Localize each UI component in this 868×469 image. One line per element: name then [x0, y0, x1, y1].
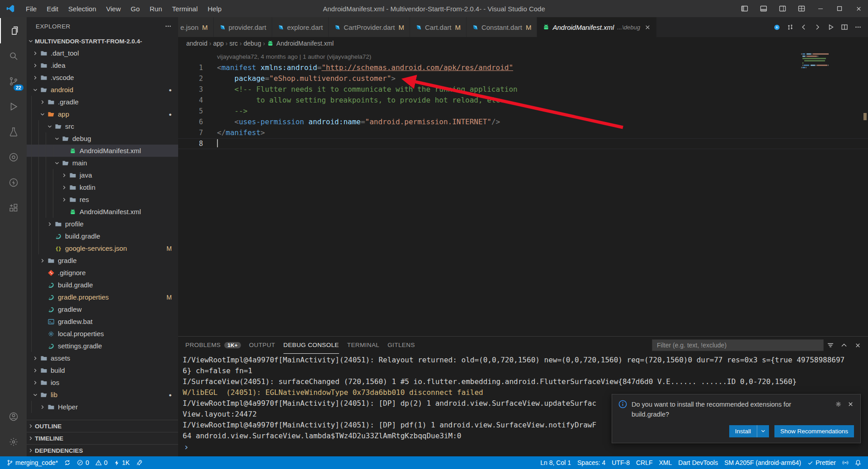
menu-run[interactable]: Run [145, 0, 167, 17]
tree-item-build-gradle[interactable]: build.gradle [27, 230, 178, 242]
tree-item-gradlew-bat[interactable]: gradlew.bat [27, 315, 178, 328]
code-line-1[interactable]: 1 <manifest xmlns:android="http://schema… [178, 62, 868, 73]
code-line-5[interactable]: 5 --> [178, 106, 868, 117]
activity-search[interactable] [0, 43, 27, 69]
tab-constant-dart[interactable]: Constant.dart M [467, 17, 538, 37]
dart-devtools-item[interactable]: Dart DevTools [675, 456, 721, 469]
panel-tab-terminal[interactable]: TERMINAL [347, 337, 379, 354]
code-editor[interactable]: vijayvaghela72, 4 months ago | 1 author … [178, 50, 868, 336]
language-mode-item[interactable]: XML [656, 456, 675, 469]
notification-gear-icon[interactable] [835, 401, 842, 408]
tree-item-google-services-json[interactable]: {} google-services.json M [27, 242, 178, 254]
rocket-item[interactable] [133, 456, 146, 469]
tree-item-debug[interactable]: debug [27, 132, 178, 145]
tree-item-gradle-properties[interactable]: gradle.properties M [27, 291, 178, 303]
tree-item-app[interactable]: app ● [27, 108, 178, 120]
split-icon[interactable] [838, 21, 851, 33]
tree-item-gradle[interactable]: .gradle [27, 96, 178, 108]
encoding-item[interactable]: UTF-8 [609, 456, 633, 469]
console-filter-input[interactable] [652, 339, 824, 351]
output-actions-icon[interactable] [824, 338, 837, 352]
dependencies-section[interactable]: DEPENDENCIES [27, 444, 178, 456]
maximize-button[interactable] [830, 0, 849, 17]
menu-go[interactable]: Go [126, 0, 145, 17]
breadcrumb-file[interactable]: AndroidManifest.xml [267, 40, 334, 47]
tab-provider-dart[interactable]: provider.dart [214, 17, 272, 37]
indentation-item[interactable]: Spaces: 4 [574, 456, 609, 469]
project-section-header[interactable]: MULTIVENDOR-STARTT-FROM-2.0.4- [27, 35, 178, 47]
counter-item[interactable]: 1K [111, 456, 133, 469]
tree-item-build[interactable]: build [27, 364, 178, 376]
tree-item-src[interactable]: src [27, 120, 178, 132]
more-icon[interactable] [852, 21, 864, 33]
back-icon[interactable] [797, 21, 810, 33]
activity-explorer[interactable] [0, 18, 27, 43]
activity-testing[interactable] [0, 119, 27, 145]
tab-explore-dart[interactable]: explore.dart [272, 17, 329, 37]
close-tab-icon[interactable] [644, 24, 651, 31]
toggle-panel-icon[interactable] [754, 0, 773, 17]
devtools-icon[interactable] [770, 21, 783, 33]
code-line-8[interactable]: 8 [178, 138, 868, 149]
tab-androidmanifest-xml[interactable]: AndroidManifest.xml ...\debug [537, 17, 657, 37]
tree-item-settings-gradle[interactable]: settings.gradle [27, 340, 178, 352]
tree-item-helper[interactable]: Helper [27, 401, 178, 413]
notification-close-icon[interactable] [847, 401, 854, 408]
customize-layout-icon[interactable] [792, 0, 811, 17]
console-input[interactable]: › [183, 441, 868, 452]
outline-section[interactable]: OUTLINE [27, 420, 178, 432]
activity-run-and-debug[interactable] [0, 94, 27, 119]
branch-item[interactable]: merging_code* [4, 456, 61, 469]
panel-tab-gitlens[interactable]: GITLENS [387, 337, 415, 354]
tree-item-main[interactable]: main [27, 157, 178, 169]
device-item[interactable]: SM A205F (android-arm64) [721, 456, 804, 469]
timeline-section[interactable]: TIMELINE [27, 432, 178, 444]
tree-item-local-properties[interactable]: local.properties [27, 328, 178, 340]
tree-item-dart-tool[interactable]: .dart_tool [27, 47, 178, 59]
forward-icon[interactable] [811, 21, 824, 33]
tree-item-java[interactable]: java [27, 169, 178, 181]
compare-icon[interactable] [784, 21, 797, 33]
menu-selection[interactable]: Selection [63, 0, 101, 17]
breadcrumb-debug[interactable]: debug [244, 40, 261, 47]
tree-item-androidmanifest-xml[interactable]: AndroidManifest.xml [27, 206, 178, 218]
tree-item-kotlin[interactable]: kotlin [27, 181, 178, 193]
tree-item-ios[interactable]: ios [27, 376, 178, 389]
breadcrumb-android[interactable]: android [186, 40, 208, 47]
install-button[interactable]: Install [729, 425, 757, 437]
errors-item[interactable]: 0 [74, 456, 92, 469]
tab-e-json[interactable]: e.json M [178, 17, 214, 37]
run-icon[interactable] [825, 21, 837, 33]
menu-file[interactable]: File [21, 0, 42, 17]
show-recommendations-button[interactable]: Show Recommendations [774, 425, 854, 437]
minimap[interactable] [801, 53, 861, 71]
cursor-position-item[interactable]: Ln 8, Col 1 [537, 456, 574, 469]
tree-item-gradle[interactable]: gradle [27, 254, 178, 267]
minimize-button[interactable] [811, 0, 830, 17]
tree-item-android[interactable]: android ● [27, 84, 178, 96]
activity-thunder-client[interactable] [0, 170, 27, 195]
install-dropdown-button[interactable] [757, 425, 769, 437]
tab-cartprovider-dart[interactable]: CartProvider.dart M [329, 17, 410, 37]
eol-item[interactable]: CRLF [633, 456, 656, 469]
tree-item-gitignore[interactable]: .gitignore [27, 267, 178, 279]
toggle-secondary-sidebar-icon[interactable] [773, 0, 792, 17]
activity-source-control[interactable]: 22 [0, 69, 27, 94]
more-actions-icon[interactable] [165, 23, 172, 30]
panel-tab-output[interactable]: OUTPUT [249, 337, 275, 354]
tab-cart-dart[interactable]: Cart.dart M [410, 17, 467, 37]
code-line-2[interactable]: 2 package="eShop.multivendor.customer"> [178, 73, 868, 84]
breadcrumb-src[interactable]: src [229, 40, 238, 47]
broadcast-item[interactable] [839, 456, 852, 469]
close-button[interactable] [849, 0, 868, 17]
tree-item-gradlew[interactable]: gradlew [27, 303, 178, 315]
maximize-panel-icon[interactable] [837, 338, 851, 352]
prettier-item[interactable]: Prettier [804, 456, 839, 469]
code-line-6[interactable]: 6 <uses-permission android:name="android… [178, 117, 868, 127]
menu-terminal[interactable]: Terminal [167, 0, 203, 17]
close-panel-icon[interactable] [851, 338, 864, 352]
sync-item[interactable] [61, 456, 74, 469]
menu-help[interactable]: Help [203, 0, 226, 17]
tree-item-res[interactable]: res [27, 193, 178, 206]
activity-accounts[interactable] [0, 404, 27, 429]
